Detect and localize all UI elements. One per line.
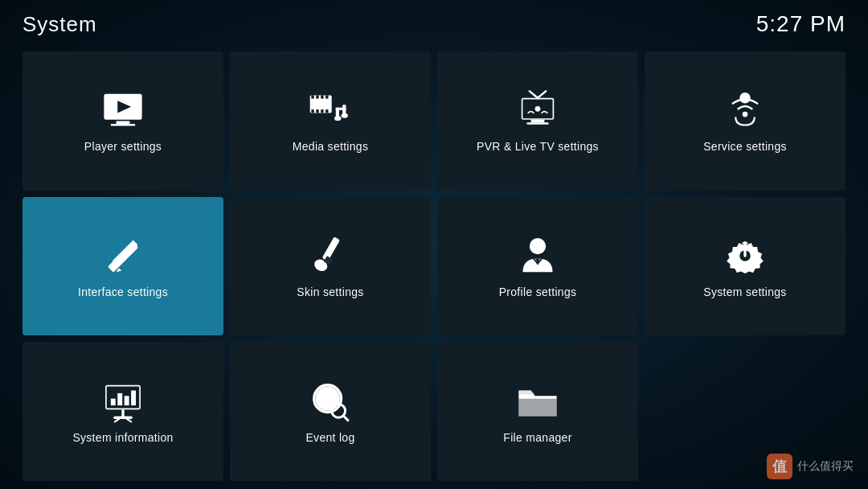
profile-settings-label: Profile settings (499, 286, 577, 298)
svg-rect-8 (326, 96, 328, 99)
page-title: System (23, 12, 97, 37)
watermark: 值 什么值得买 (767, 454, 854, 479)
media-icon (309, 88, 352, 132)
svg-rect-43 (131, 390, 136, 405)
pvr-settings-label: PVR & Live TV settings (477, 140, 599, 153)
svg-rect-7 (321, 96, 323, 99)
clock: 5:27 PM (756, 11, 845, 37)
svg-rect-10 (316, 109, 318, 113)
file-manager-label: File manager (503, 431, 571, 444)
media-settings-label: Media settings (293, 140, 368, 153)
svg-point-33 (530, 238, 546, 254)
tile-player-settings[interactable]: Player settings (23, 51, 223, 191)
svg-rect-23 (527, 123, 549, 125)
tile-profile-settings[interactable]: Profile settings (437, 197, 638, 336)
tile-service-settings[interactable]: Service settings (645, 51, 845, 191)
svg-rect-44 (121, 409, 124, 416)
svg-rect-2 (111, 124, 135, 126)
event-log-icon (309, 380, 352, 423)
svg-point-24 (535, 106, 541, 112)
svg-rect-40 (111, 398, 116, 405)
svg-rect-12 (326, 109, 328, 113)
svg-point-16 (334, 117, 341, 121)
profile-icon (516, 234, 559, 277)
svg-rect-22 (531, 120, 545, 122)
system-settings-label: System settings (703, 286, 786, 298)
svg-line-20 (530, 92, 538, 98)
svg-point-17 (342, 113, 348, 118)
svg-rect-30 (322, 236, 340, 261)
system-information-label: System information (72, 431, 173, 444)
service-settings-label: Service settings (703, 140, 787, 153)
svg-rect-15 (336, 108, 346, 110)
watermark-text: 什么值得买 (797, 459, 854, 474)
tile-pvr-settings[interactable]: PVR & Live TV settings (437, 51, 638, 191)
svg-rect-1 (117, 121, 130, 124)
watermark-icon: 值 (767, 454, 792, 479)
file-manager-icon (516, 380, 559, 423)
player-settings-label: Player settings (84, 140, 162, 153)
svg-rect-42 (125, 396, 129, 405)
system-settings-icon (723, 234, 767, 277)
system-info-icon (101, 380, 145, 423)
svg-rect-9 (311, 109, 313, 113)
service-icon (723, 88, 767, 132)
interface-settings-label: Interface settings (78, 286, 168, 298)
tile-media-settings[interactable]: Media settings (230, 51, 431, 191)
header: System 5:27 PM (0, 0, 868, 45)
svg-rect-11 (321, 109, 323, 113)
tile-file-manager[interactable]: File manager (437, 342, 638, 481)
svg-rect-5 (311, 96, 313, 99)
svg-rect-6 (316, 96, 318, 99)
tile-skin-settings[interactable]: Skin settings (230, 197, 431, 336)
player-icon (101, 88, 145, 132)
pvr-icon (516, 88, 559, 132)
event-log-label: Event log (305, 431, 354, 444)
interface-icon (101, 234, 145, 277)
svg-rect-37 (743, 244, 746, 257)
svg-rect-28 (112, 240, 137, 266)
svg-point-25 (743, 112, 748, 117)
tile-interface-settings[interactable]: Interface settings (23, 197, 223, 336)
tile-event-log[interactable]: Event log (230, 342, 431, 481)
skin-settings-label: Skin settings (297, 286, 363, 298)
skin-icon (309, 234, 352, 277)
svg-line-53 (343, 415, 348, 420)
svg-line-21 (538, 92, 546, 98)
tile-grid: Player settings Me (0, 45, 868, 487)
tile-system-settings[interactable]: System settings (645, 197, 845, 336)
svg-rect-41 (117, 393, 122, 405)
tile-system-information[interactable]: System information (23, 342, 223, 481)
svg-point-26 (739, 92, 751, 104)
